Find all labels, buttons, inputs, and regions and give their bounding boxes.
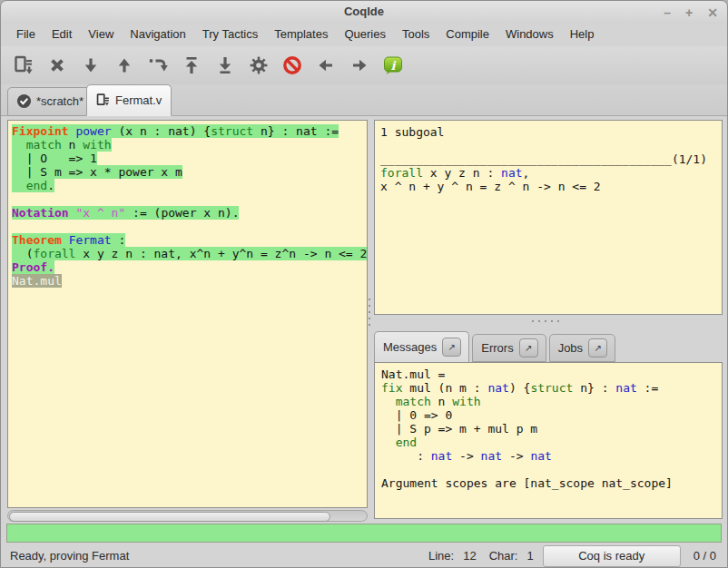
code-line: fix mul (n m : nat) {struct n} : nat := (381, 381, 722, 395)
check-circle-icon (16, 93, 32, 109)
code-line: end (381, 436, 722, 449)
tab-fermat[interactable]: Fermat.v (86, 84, 172, 116)
title-bar[interactable]: CoqIde – + ✕ (1, 1, 727, 24)
save-icon (13, 54, 34, 76)
menu-item-try-tactics[interactable]: Try Tactics (194, 24, 266, 44)
line-label: Line: (428, 549, 454, 563)
arrow-left-icon (315, 54, 337, 76)
code-line: match n with (12, 138, 367, 152)
tab-errors[interactable]: Errors ↗ (472, 334, 546, 362)
line-value: 12 (463, 549, 476, 563)
menu-item-compile[interactable]: Compile (438, 24, 497, 44)
code-line: : nat -> nat -> nat (381, 449, 722, 463)
coq-status-indicator[interactable]: Coq is ready (543, 545, 681, 567)
minimize-button[interactable]: – (664, 4, 671, 22)
editor-horizontal-scrollbar[interactable] (7, 510, 368, 522)
code-line (12, 192, 367, 206)
go-to-cursor-button[interactable] (146, 54, 170, 77)
go-to-start-button[interactable] (180, 54, 203, 77)
go-to-end-button[interactable] (213, 54, 237, 77)
document-tab-bar: *scratch* Fermat.v (1, 84, 727, 116)
info-bubble-icon: i (382, 54, 404, 76)
code-line: | S p => m + mul p m (381, 422, 722, 436)
scrollbar-thumb[interactable] (9, 512, 330, 522)
code-line: Notation "x ^ n" := (power x n). (12, 206, 367, 220)
go-to-cursor-icon (147, 54, 169, 76)
document-icon (95, 93, 111, 108)
code-line: Proof. (12, 260, 367, 274)
arrow-up-icon (113, 54, 135, 76)
maximize-button[interactable]: + (685, 4, 693, 22)
code-line: Theorem Fermat : (12, 233, 367, 247)
menu-item-help[interactable]: Help (562, 24, 603, 44)
close-buffer-button[interactable] (45, 54, 69, 77)
detach-icon[interactable]: ↗ (442, 338, 461, 357)
menu-item-navigation[interactable]: Navigation (122, 24, 193, 44)
menu-item-queries[interactable]: Queries (336, 24, 394, 44)
arrow-to-bottom-icon (214, 54, 236, 76)
forward-button[interactable] (348, 54, 371, 77)
back-button[interactable] (314, 54, 338, 77)
coqide-window: CoqIde – + ✕ FileEditViewNavigationTry T… (0, 0, 728, 568)
code-line: match n with (381, 395, 722, 408)
goal-counter: 0 / 0 (694, 549, 716, 563)
close-x-icon (46, 54, 68, 76)
tab-label: *scratch* (36, 94, 84, 108)
preferences-button[interactable] (247, 54, 271, 77)
status-bar: Ready, proving Fermat Line: 12 Char: 1 C… (1, 544, 727, 568)
code-line: | S m => x * power x m (12, 165, 367, 179)
editor-pane[interactable]: Fixpoint power (x n : nat) {struct n} : … (7, 120, 368, 508)
tab-label: Jobs (558, 341, 583, 355)
tab-scratch[interactable]: *scratch* (7, 87, 93, 116)
gear-icon (248, 54, 270, 76)
char-value: 1 (526, 549, 533, 563)
menu-item-view[interactable]: View (80, 24, 122, 44)
code-line: | 0 => 0 (381, 408, 722, 422)
window-title: CoqIde (1, 5, 727, 18)
goal-panel[interactable]: 1 subgoal ______________________________… (374, 120, 723, 315)
detach-icon[interactable]: ↗ (588, 338, 607, 357)
code-line: Nat.mul (12, 274, 367, 288)
step-forward-button[interactable] (79, 54, 103, 77)
horizontal-splitter[interactable] (509, 319, 582, 323)
step-backward-button[interactable] (113, 54, 136, 77)
stop-prohibited-icon (281, 54, 303, 76)
code-line: 1 subgoal (380, 125, 722, 139)
code-line: end. (12, 179, 367, 192)
char-label: Char: (489, 549, 518, 563)
menu-item-templates[interactable]: Templates (266, 24, 336, 44)
panel-tab-bar: Messages ↗ Errors ↗ Jobs ↗ (374, 328, 618, 362)
code-line (381, 463, 722, 476)
messages-panel[interactable]: Nat.mul =fix mul (n m : nat) {struct n} … (374, 362, 723, 519)
menu-item-edit[interactable]: Edit (44, 24, 80, 44)
menu-item-file[interactable]: File (8, 24, 44, 44)
interrupt-button[interactable] (280, 54, 304, 77)
code-line (12, 220, 367, 233)
menu-item-tools[interactable]: Tools (394, 24, 438, 44)
tab-label: Errors (481, 341, 513, 355)
tab-jobs[interactable]: Jobs ↗ (549, 334, 615, 362)
code-line: x ^ n + y ^ n = z ^ n -> n <= 2 (380, 180, 722, 193)
save-button[interactable] (12, 54, 35, 77)
arrow-down-icon (80, 54, 102, 76)
code-line: (forall x y z n : nat, x^n + y^n = z^n -… (12, 247, 367, 260)
code-line: forall x y z n : nat, (380, 166, 722, 180)
detach-icon[interactable]: ↗ (519, 338, 538, 357)
tab-messages[interactable]: Messages ↗ (374, 331, 469, 363)
vertical-splitter[interactable] (368, 299, 371, 353)
toolbar: i (1, 46, 727, 84)
tab-label: Fermat.v (115, 93, 162, 107)
close-button[interactable]: ✕ (707, 4, 718, 22)
code-line: Nat.mul = (381, 367, 722, 381)
code-line: | O => 1 (12, 152, 367, 165)
main-content: Fixpoint power (x n : nat) {struct n} : … (1, 117, 727, 522)
menu-item-windows[interactable]: Windows (497, 24, 562, 44)
code-line: ________________________________________… (380, 152, 722, 166)
tab-label: Messages (383, 340, 437, 354)
code-line: Fixpoint power (x n : nat) {struct n} : … (12, 124, 367, 138)
about-button[interactable]: i (381, 54, 405, 77)
status-message: Ready, proving Fermat (10, 549, 416, 563)
arrow-right-icon (349, 54, 370, 76)
progress-bar (6, 524, 722, 543)
code-line: Argument scopes are [nat_scope nat_scope… (381, 476, 722, 490)
